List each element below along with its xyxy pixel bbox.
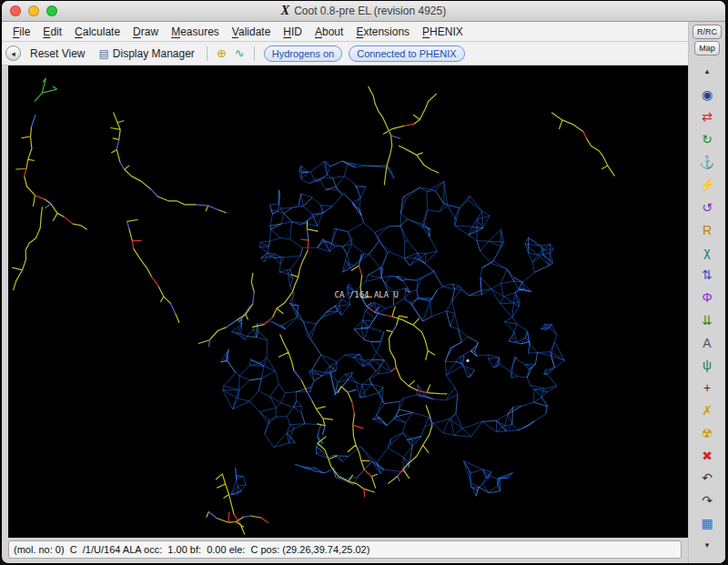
menu-phenix[interactable]: PHENIX [416,24,470,40]
phenix-connection-button[interactable]: Connected to PHENIX [349,45,464,62]
reset-view-button[interactable]: Reset View [25,45,89,62]
menu-hid[interactable]: HID [277,24,308,40]
clear-pending-picks-icon[interactable]: ✗ [695,401,719,419]
density-mesh-svg [8,66,688,538]
minimize-button[interactable] [28,5,39,16]
go-to-atom-icon[interactable]: ⊕ [215,47,228,59]
menu-validate[interactable]: Validate [226,24,278,40]
rrc-button[interactable]: R/RC [693,25,722,39]
place-atom-icon[interactable]: + [695,378,719,397]
menu-measures[interactable]: Measures [165,24,226,40]
display-images-icon[interactable]: ▦ [695,514,719,532]
display-manager-button[interactable]: ▤ Display Manager [94,45,198,62]
menu-file[interactable]: File [6,24,36,40]
display-manager-label: Display Manager [113,47,195,60]
map-button[interactable]: Map [694,41,720,55]
status-text: (mol. no: 0) C /1/U/164 ALA occ: 1.00 bf… [14,544,369,555]
traffic-lights [10,1,57,21]
side-chain-flip-icon[interactable]: Φ [695,288,719,307]
menu-calculate[interactable]: Calculate [68,24,126,40]
auto-fit-rotamer-icon[interactable]: R [695,221,719,239]
status-bar: (mol. no: 0) C /1/U/164 ALA occ: 1.00 bf… [8,540,682,559]
regularize-zone-icon[interactable]: ↻ [695,130,719,148]
add-alt-conf-icon[interactable]: A [695,334,719,352]
hydrogen-wand-icon[interactable]: ∿ [233,47,247,59]
toolbar-separator [254,46,255,61]
graphics-canvas[interactable]: CA /164 ALA U [8,66,688,538]
hydrogens-toggle-button[interactable]: Hydrogens on [264,45,343,62]
right-panel: R/RC Map ▴◉⇄↻⚓⚡↺Rχ⇅Φ⇊Aψ+✗☢✖↶↷▦▾ [688,22,725,563]
scroll-up-icon[interactable]: ▴ [695,63,719,81]
run-refmac-icon[interactable]: ☢ [695,424,719,442]
titlebar[interactable]: X Coot 0.8-pre EL (revision 4925) [2,1,725,22]
rigid-body-fit-icon[interactable]: ⚡ [695,176,719,194]
x11-app-icon: X [281,5,289,17]
idle-function-icon[interactable]: ◉ [695,86,719,104]
zoom-button[interactable] [46,5,57,16]
menu-edit[interactable]: Edit [36,24,68,40]
add-terminal-residue-icon[interactable]: ⇊ [695,311,719,329]
rotate-translate-icon[interactable]: ↺ [695,198,719,217]
close-button[interactable] [10,5,21,16]
menu-extensions[interactable]: Extensions [349,24,416,40]
toolbar: ◂ Reset View ▤ Display Manager ⊕ ∿ Hydro… [2,42,688,66]
display-manager-icon: ▤ [98,47,108,60]
menu-about[interactable]: About [308,24,349,40]
modelling-toolbar: ▴◉⇄↻⚓⚡↺Rχ⇅Φ⇊Aψ+✗☢✖↶↷▦▾ [689,58,725,560]
coot-window: X Coot 0.8-pre EL (revision 4925) FileEd… [2,1,725,563]
edit-chi-angles-icon[interactable]: χ [695,243,719,261]
real-space-refine-icon[interactable]: ⇄ [695,107,719,126]
delete-item-icon[interactable]: ✖ [695,447,719,465]
fix-atoms-icon[interactable]: ⚓ [695,153,719,171]
toolbar-separator [207,46,207,61]
mutate-residue-icon[interactable]: ψ [695,356,719,374]
toolbar-overflow-button[interactable]: ◂ [5,45,21,61]
scroll-down-icon[interactable]: ▾ [695,537,719,555]
undo-icon[interactable]: ↶ [695,469,719,487]
window-title-text: Coot 0.8-pre EL (revision 4925) [294,5,446,17]
redo-icon[interactable]: ↷ [695,491,719,510]
reset-view-label: Reset View [30,47,85,60]
menu-draw[interactable]: Draw [126,24,165,40]
window-title: X Coot 0.8-pre EL (revision 4925) [281,5,446,17]
menubar: FileEditCalculateDrawMeasuresValidateHID… [2,22,688,42]
flip-peptide-icon[interactable]: ⇅ [695,266,719,284]
